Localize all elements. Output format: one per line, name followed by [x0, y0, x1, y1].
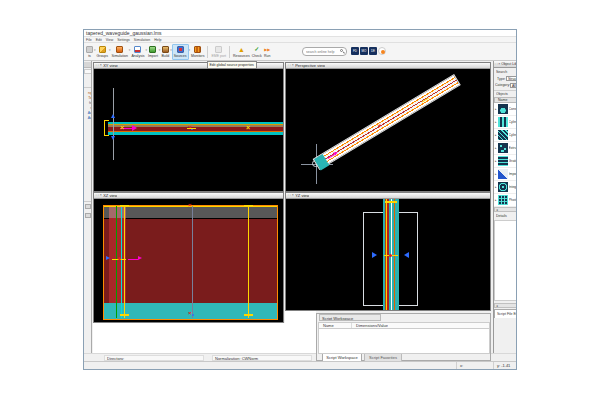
maximize-icon[interactable]: □ [96, 193, 98, 198]
script-prompt-empty-area[interactable] [93, 323, 316, 353]
fdtd-app-icon[interactable]: FD [351, 47, 359, 55]
script-workspace-panel: Script Workspace Name Dimensions/Value S… [316, 313, 491, 361]
photonic-crystals-thumbnail [498, 195, 508, 205]
category-label: Category: [495, 83, 511, 88]
sources-icon [177, 46, 184, 53]
toolbar-group-sources[interactable]: Sources [172, 44, 189, 60]
objects-section-label: Objects [496, 92, 517, 97]
library-item-cylinders[interactable]: ▸ Cylinders [494, 116, 517, 129]
library-item-integrated-optics[interactable]: ▸ Integrated optics [494, 181, 517, 194]
toolbar-group-build[interactable]: Build [160, 44, 170, 60]
close-icon[interactable]: × [100, 63, 102, 68]
expander-icon[interactable]: ▸ [495, 198, 497, 202]
monitor-x-marker[interactable]: × [246, 124, 250, 131]
toolbar-group-monitors[interactable]: Monitors [190, 44, 205, 60]
expander-icon[interactable]: ▸ [495, 185, 497, 189]
library-item-label: Import objects [509, 172, 517, 177]
library-item-cones[interactable]: ▸ Cones [494, 103, 517, 116]
close-icon[interactable]: × [100, 193, 102, 198]
toolbar-group-import[interactable]: Import [147, 44, 159, 60]
waveguide-3d-structure[interactable]: × [313, 74, 461, 170]
menu-file[interactable]: File [86, 38, 92, 42]
monitors-icon [194, 46, 201, 53]
script-workspace-body[interactable] [318, 329, 490, 354]
coordinate-status-bar: x: y: -1.41 [84, 361, 517, 370]
clipped-toolbar-icon [86, 46, 93, 53]
source-direction-arrow[interactable] [138, 256, 142, 260]
xy-view-canvas[interactable]: × × × [94, 69, 283, 191]
library-item-label: Extruded polygons [509, 146, 517, 151]
yz-view-canvas[interactable] [286, 199, 490, 310]
objects-tree-button-fragment[interactable] [84, 69, 92, 74]
result-view-fragment [85, 213, 91, 218]
menu-settings[interactable]: Settings [117, 38, 130, 42]
tab-script-file-editor[interactable]: Script File Editor [494, 309, 517, 318]
yz-view-title: YZ view [295, 193, 309, 198]
value-column-header[interactable]: Dimensions/Value [352, 323, 388, 328]
object-library-list: ▸ Cones ▸ Cylinders ▸ Cylindrical fibers… [494, 103, 517, 207]
maximize-icon[interactable]: □ [96, 63, 98, 68]
library-item-import-objects[interactable]: ▸ Import objects [494, 168, 517, 181]
expander-icon[interactable]: ▸ [495, 107, 497, 111]
maximize-icon[interactable]: □ [288, 193, 290, 198]
cursor-y-readout: y: -1.41 [493, 362, 517, 370]
library-item-gratings[interactable]: ▸ Gratings [494, 155, 517, 168]
close-icon[interactable]: × [292, 193, 294, 198]
maximize-icon[interactable]: □ [495, 62, 497, 66]
horizontal-scrollbar[interactable]: ◂ [494, 207, 517, 212]
toolbar-group-partial[interactable]: ts [85, 44, 94, 60]
extruded-polygons-thumbnail [498, 143, 508, 153]
monitor-x-marker[interactable]: × [120, 124, 124, 131]
expander-icon[interactable]: ▸ [495, 146, 497, 150]
monitor-top-marker [120, 205, 129, 207]
library-item-cylindrical-fibers[interactable]: ▸ Cylindrical fibers [494, 129, 517, 142]
type-dropdown[interactable]: Structures [506, 76, 517, 81]
name-column-header[interactable]: Name [319, 323, 352, 328]
menu-simulation[interactable]: Simulation [134, 38, 150, 42]
expander-icon[interactable]: ▸ [495, 172, 497, 176]
yz-viewport: □ × YZ view [285, 192, 491, 311]
build-icon [162, 46, 169, 53]
category-dropdown[interactable]: All [510, 83, 517, 88]
window-title: tapered_waveguide_gaussian.lms [84, 30, 517, 37]
menu-help[interactable]: Help [154, 38, 161, 42]
field-profile-top-marker: × [188, 202, 192, 208]
library-item-extruded-polygons[interactable]: ▸ Extruded polygons [494, 142, 517, 155]
toolbar-group-groups[interactable]: Groups [96, 44, 109, 60]
toolbar-group-run[interactable]: ▶▶ Run [263, 44, 272, 60]
monitor-plane-line-yellow [124, 206, 125, 318]
selected-taper-highlight [104, 120, 109, 136]
close-icon[interactable]: × [498, 62, 500, 66]
expander-icon[interactable]: ▸ [495, 159, 497, 163]
cladding-fill [104, 219, 277, 303]
expander-icon[interactable]: ▸ [495, 120, 497, 124]
lumerical-logo-icon[interactable] [378, 47, 386, 55]
source-injection-plane-line[interactable] [113, 88, 114, 160]
result-view-fragment [85, 204, 91, 209]
close-icon[interactable]: × [292, 63, 294, 68]
expander-icon[interactable]: ▸ [495, 133, 497, 137]
maximize-icon[interactable]: □ [288, 63, 290, 68]
script-workspace-title: Script Workspace [319, 314, 381, 321]
toolbar-group-check[interactable]: ✓ Check [251, 44, 263, 60]
cursor-x-readout: x: [456, 362, 493, 370]
toolbar-group-resources[interactable]: ▲ Resources [232, 44, 251, 60]
xz-view-canvas[interactable]: × × [94, 199, 283, 322]
toolbar-group-eme-port[interactable]: EME port [210, 44, 227, 60]
device-app-icon[interactable]: DE [369, 47, 377, 55]
menu-edit[interactable]: Edit [96, 38, 102, 42]
menu-view[interactable]: View [106, 38, 114, 42]
mode-app-icon[interactable]: MO [360, 47, 368, 55]
search-magnifier-icon[interactable] [340, 49, 344, 53]
horizontal-scrollbar[interactable]: ◂ [494, 303, 517, 308]
object-library-panel: □ × Object Library Search Type: Structur… [493, 61, 517, 353]
xz-view-title: XZ view [103, 193, 117, 198]
cylinders-thumbnail [498, 117, 508, 127]
toolbar-group-analysis[interactable]: Analysis [130, 44, 145, 60]
check-icon: ✓ [253, 46, 260, 53]
tree-item-fragment[interactable]: Ad [84, 116, 92, 121]
library-item-photonic-crystals[interactable]: ▸ Photonic crystals [494, 194, 517, 207]
source-direction-arrow[interactable] [132, 125, 137, 131]
toolbar-group-simulation[interactable]: Simulation [111, 44, 129, 60]
perspective-view-canvas[interactable]: × [286, 69, 490, 191]
